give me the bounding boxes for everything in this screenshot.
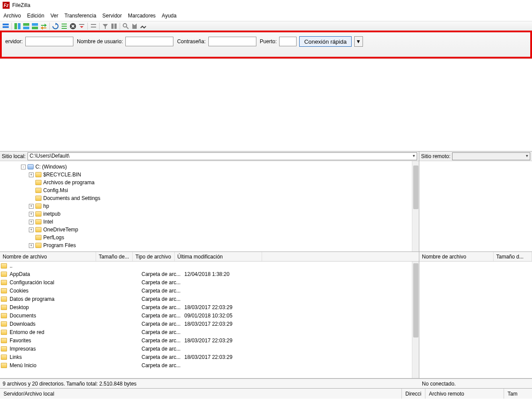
toggle-queue-icon[interactable] (31, 22, 39, 30)
file-row[interactable]: .. (0, 262, 419, 270)
tree-node[interactable]: PerfLogs (4, 234, 419, 241)
tree-toggle-icon[interactable]: - (21, 165, 26, 169)
tree-node[interactable]: +Intel (4, 218, 419, 226)
toggle-tree-icon[interactable] (22, 22, 30, 30)
folder-icon (1, 313, 7, 318)
settings-icon[interactable] (139, 22, 147, 30)
tree-node[interactable]: +Program Files (4, 241, 419, 249)
disconnect-icon[interactable] (78, 22, 86, 30)
col-remote-filename[interactable]: Nombre de archivo (419, 252, 494, 261)
remote-path-combo[interactable] (452, 152, 530, 160)
tree-toggle-icon[interactable]: + (29, 204, 34, 209)
host-input[interactable] (25, 37, 73, 46)
file-row[interactable]: Configuración localCarpeta de arc... (0, 278, 419, 286)
remote-tree[interactable] (419, 161, 532, 251)
local-tree-pane: Sitio local: C:\Users\Default\ -C: (Wind… (0, 152, 419, 251)
tree-node[interactable]: +inetpub (4, 210, 419, 218)
tree-node[interactable]: +$RECYCLE.BIN (4, 171, 419, 179)
file-name: Menú Inicio (10, 362, 103, 369)
menu-transferencia[interactable]: Transferencia (64, 13, 96, 19)
username-input[interactable] (125, 37, 173, 46)
file-row[interactable]: AppDataCarpeta de arc...12/04/2018 1:38:… (0, 270, 419, 278)
tree-node[interactable]: Config.Msi (4, 186, 419, 194)
file-row[interactable]: Entorno de redCarpeta de arc... (0, 328, 419, 336)
col-remote-filesize[interactable]: Tamaño d... (494, 252, 532, 261)
local-list-scrollbar[interactable] (412, 262, 419, 378)
file-row[interactable]: DownloadsCarpeta de arc...18/03/2017 22:… (0, 320, 419, 328)
svg-rect-5 (23, 27, 29, 29)
menu-archivo[interactable]: Archivo (3, 13, 21, 19)
search-icon[interactable] (122, 22, 130, 30)
local-list-header: Nombre de archivo Tamaño de... Tipo de a… (0, 252, 419, 262)
menu-edicion[interactable]: Edición (27, 13, 44, 19)
refresh-icon[interactable] (52, 22, 59, 30)
col-filesize[interactable]: Tamaño de... (96, 252, 133, 261)
cancel-icon[interactable] (69, 22, 77, 30)
tree-toggle-icon[interactable]: + (29, 243, 34, 248)
tree-node[interactable]: +hp (4, 202, 419, 210)
local-status: 9 archivos y 20 directorios. Tamaño tota… (0, 379, 419, 388)
tree-toggle-icon[interactable]: + (29, 172, 34, 177)
site-manager-icon[interactable] (2, 22, 10, 30)
port-input[interactable] (279, 37, 297, 46)
process-queue-icon[interactable] (60, 22, 68, 30)
reconnect-icon[interactable] (90, 22, 97, 30)
menu-marcadores[interactable]: Marcadores (128, 13, 155, 19)
footer-size[interactable]: Tam (504, 389, 532, 399)
password-label: Contraseña: (177, 38, 205, 45)
file-name: Datos de programa (10, 296, 103, 302)
tree-node[interactable]: Documents and Settings (4, 194, 419, 202)
sync-arrows-icon[interactable] (40, 22, 48, 30)
local-file-rows[interactable]: ..AppDataCarpeta de arc...12/04/2018 1:3… (0, 262, 419, 378)
tree-node[interactable]: Archivos de programa (4, 179, 419, 186)
tree-label: inetpub (43, 211, 60, 217)
tree-label: C: (Windows) (35, 164, 67, 170)
menu-servidor[interactable]: Servidor (102, 13, 122, 19)
file-row[interactable]: ImpresorasCarpeta de arc... (0, 344, 419, 353)
remote-list-header: Nombre de archivo Tamaño d... (419, 252, 532, 262)
compare-icon[interactable] (110, 22, 118, 30)
remote-file-rows[interactable] (419, 262, 532, 378)
menu-ayuda[interactable]: Ayuda (162, 13, 176, 19)
toolbar (0, 21, 532, 31)
quickconnect-button[interactable]: Conexión rápida (299, 36, 351, 47)
local-path-combo[interactable]: C:\Users\Default\ (28, 152, 417, 160)
footer-remote-file[interactable]: Archivo remoto (425, 389, 504, 399)
tree-node[interactable]: +OneDriveTemp (4, 226, 419, 234)
file-row[interactable]: Menú InicioCarpeta de arc... (0, 361, 419, 369)
folder-icon (1, 272, 7, 277)
file-row[interactable]: DesktopCarpeta de arc...18/03/2017 22:03… (0, 303, 419, 311)
col-modified[interactable]: Última modificación (175, 252, 262, 261)
file-type: Carpeta de arc... (142, 346, 183, 352)
toggle-log-icon[interactable] (14, 22, 21, 30)
tree-toggle-icon[interactable]: + (29, 220, 34, 224)
file-row[interactable]: Datos de programaCarpeta de arc... (0, 295, 419, 303)
file-row[interactable]: FavoritesCarpeta de arc...18/03/2017 22:… (0, 336, 419, 344)
tree-toggle-icon[interactable]: + (29, 227, 34, 232)
tree-label: hp (43, 203, 49, 209)
filter-icon[interactable] (101, 22, 109, 30)
svg-rect-10 (91, 24, 96, 25)
file-row[interactable]: DocumentsCarpeta de arc...09/01/2018 10:… (0, 311, 419, 320)
menu-ver[interactable]: Ver (50, 13, 58, 19)
footer-direction[interactable]: Direcci (402, 389, 425, 399)
tree-toggle-icon[interactable]: + (29, 212, 34, 217)
folder-icon (1, 296, 7, 302)
tree-label: Intel (43, 219, 53, 225)
app-logo-icon: Fz (3, 2, 10, 9)
file-row[interactable]: CookiesCarpeta de arc... (0, 286, 419, 295)
file-modified: 18/03/2017 22:03:29 (184, 338, 272, 344)
col-filename[interactable]: Nombre de archivo (0, 252, 96, 261)
tree-node[interactable]: -C: (Windows) (4, 163, 419, 171)
col-filetype[interactable]: Tipo de archivo (133, 252, 175, 261)
file-modified: 12/04/2018 1:38:20 (184, 271, 272, 277)
local-tree[interactable]: -C: (Windows)+$RECYCLE.BINArchivos de pr… (0, 161, 419, 251)
file-name: Documents (10, 313, 103, 319)
toolbar-separator (49, 23, 50, 30)
file-row[interactable]: LinksCarpeta de arc...18/03/2017 22:03:2… (0, 353, 419, 361)
footer-server-file[interactable]: Servidor/Archivo local (0, 389, 402, 399)
password-input[interactable] (208, 37, 256, 46)
bookmark-icon[interactable] (131, 22, 138, 30)
quickconnect-dropdown[interactable]: ▼ (354, 36, 363, 47)
local-tree-scrollbar[interactable] (412, 161, 419, 251)
